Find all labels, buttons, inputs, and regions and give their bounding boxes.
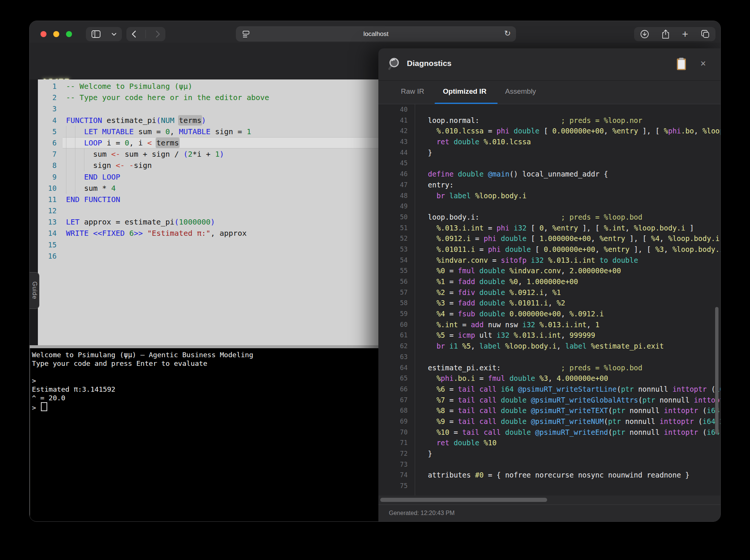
minimize-window-button[interactable]: [53, 31, 59, 37]
ir-line: 40: [378, 104, 721, 115]
editor-lines: 1-- Welcome to Psimulang (ψμ)2-- Type yo…: [30, 81, 378, 262]
tab-assembly[interactable]: Assembly: [505, 87, 536, 96]
close-panel-button[interactable]: ×: [696, 57, 710, 70]
line-number: 72: [378, 448, 408, 459]
share-button[interactable]: [662, 29, 670, 39]
vertical-scrollbar[interactable]: [715, 307, 718, 434]
editor-line: 14WRITE <<FIXED 6>> "Estimated π:", appr…: [30, 228, 378, 239]
line-code: %9 = tail call double @psimuRT_writeNUM(…: [428, 416, 721, 427]
back-icon: [131, 30, 136, 38]
line-code: loop.body.i: ; preds = %loop.bod: [428, 212, 642, 223]
horizontal-scrollbar[interactable]: [380, 498, 547, 502]
sidebar-toggle-button[interactable]: [91, 30, 101, 38]
ir-line: 52 %.0912.i = phi double [ 1.000000e+00,…: [378, 233, 721, 244]
ir-line: 55 %0 = fmul double %indvar.conv, 2.0000…: [378, 265, 721, 276]
line-number: 57: [378, 287, 408, 298]
ir-line: 75: [378, 481, 721, 491]
line-number: 70: [378, 427, 408, 438]
line-number: 75: [378, 481, 408, 491]
line-number: 61: [378, 330, 408, 341]
line-number: 51: [378, 223, 408, 234]
terminal[interactable]: Welcome to Psimulang (ψμ) – Agentic Busi…: [30, 348, 378, 522]
ir-line: 43 ret double %.010.lcssa: [378, 136, 721, 147]
ir-line: 62 br i1 %5, label %loop.body.i, label %…: [378, 341, 721, 352]
line-code: %8 = tail call double @psimuRT_writeTEXT…: [428, 405, 720, 416]
line-code: %phi.bo.i = fmul double %3, 4.000000e+00: [428, 373, 608, 384]
guide-tab[interactable]: Guide: [30, 272, 39, 309]
url-bar[interactable]: localhost ↻: [236, 26, 516, 42]
line-code: %10 = tail call double @psimuRT_writeEnd…: [428, 427, 720, 438]
terminal-line: ^ = 20.0: [32, 394, 253, 402]
line-code: br label %loop.body.i: [428, 190, 526, 201]
line-number: 2: [30, 92, 57, 103]
editor-line: 8 sign <- -sign: [30, 160, 378, 171]
tab-raw-ir[interactable]: Raw IR: [401, 87, 424, 96]
line-number: 3: [30, 103, 57, 114]
line-number: 47: [378, 180, 408, 190]
tab-optimized-ir[interactable]: Optimized IR: [443, 87, 486, 96]
line-number: 63: [378, 352, 408, 362]
editor-terminal-divider[interactable]: [30, 345, 378, 348]
sidebar-icon: [91, 30, 101, 38]
line-number: 42: [378, 126, 408, 136]
line-code: WRITE <<FIXED 6>> "Estimated π:", approx: [66, 228, 247, 239]
line-number: 11: [30, 194, 57, 205]
diagnostics-header: Diagnostics ×: [378, 48, 721, 81]
line-code: %.013.i.int = phi i32 [ 0, %entry ], [ %…: [428, 223, 694, 234]
line-number: 6: [30, 137, 57, 148]
ir-line: 41loop.normal: ; preds = %loop.nor: [378, 115, 721, 126]
panel-footer: Generated: 12:20:43 PM: [378, 505, 721, 522]
editor-line: 4FUNCTION estimate_pi(NUM terms): [30, 115, 378, 126]
reload-button[interactable]: ↻: [504, 29, 511, 38]
line-code: attributes #0 = { nofree norecurse nosyn…: [428, 470, 690, 481]
line-number: 7: [30, 148, 57, 160]
close-icon: ×: [700, 58, 706, 69]
line-number: 1: [30, 81, 57, 92]
line-code: %6 = tail call i64 @psimuRT_writeStartLi…: [428, 384, 721, 395]
indent-guide: [75, 126, 75, 194]
copy-to-clipboard-button[interactable]: [676, 57, 687, 71]
browser-toolbar: localhost ↻ +: [30, 21, 720, 43]
code-editor[interactable]: 1-- Welcome to Psimulang (ψμ)2-- Type yo…: [30, 79, 378, 345]
editor-line: 9 END LOOP: [30, 171, 378, 183]
line-number: 44: [378, 147, 408, 158]
downloads-button[interactable]: [640, 30, 649, 39]
line-number: 16: [30, 250, 57, 262]
forward-button[interactable]: [156, 30, 160, 38]
ir-line: 49: [378, 201, 721, 212]
zoom-window-button[interactable]: [66, 31, 72, 37]
line-number: 46: [378, 169, 408, 180]
line-code: entry:: [428, 180, 454, 190]
ir-lines: 4041loop.normal: ; preds = %loop.nor42 %…: [378, 104, 721, 491]
editor-line: 13LET approx = estimate_pi(1000000): [30, 216, 378, 228]
editor-line: 6 LOOP i = 0, i < terms: [30, 137, 378, 148]
line-code: sum <- sum + sign / (2*i + 1): [66, 148, 224, 160]
line-code: sign <- -sign: [66, 160, 152, 171]
line-code: %.0912.i = phi double [ 1.000000e+00, %e…: [428, 233, 720, 244]
line-number: 54: [378, 255, 408, 266]
ir-line: 74attributes #0 = { nofree norecurse nos…: [378, 470, 721, 481]
ir-line: 56 %1 = fadd double %0, 1.000000e+00: [378, 276, 721, 287]
ir-code-view[interactable]: 4041loop.normal: ; preds = %loop.nor42 %…: [378, 104, 721, 496]
line-number: 74: [378, 470, 408, 481]
editor-line: 3: [30, 103, 378, 114]
line-code: loop.normal: ; preds = %loop.nor: [428, 115, 642, 126]
tab-overview-button[interactable]: [700, 30, 710, 39]
line-number: 14: [30, 228, 57, 239]
new-tab-button[interactable]: +: [682, 30, 688, 39]
line-code: %.01011.i = phi double [ 0.000000e+00, %…: [428, 244, 721, 255]
line-code: sum * 4: [66, 183, 116, 194]
line-number: 60: [378, 319, 408, 330]
line-number: 71: [378, 437, 408, 448]
editor-line: 12: [30, 205, 378, 216]
indent-guide: [84, 148, 84, 171]
line-number: 4: [30, 115, 57, 126]
line-number: 15: [30, 239, 57, 250]
diagnostics-panel: Diagnostics × Raw IR Optimized IR Assemb…: [378, 48, 721, 522]
ir-line: 63: [378, 352, 721, 362]
back-button[interactable]: [131, 30, 136, 38]
ir-line: 53 %.01011.i = phi double [ 0.000000e+00…: [378, 244, 721, 255]
sidebar-chevron-button[interactable]: [111, 33, 117, 36]
ir-line: 61 %5 = icmp ult i32 %.013.i.int, 999999: [378, 330, 721, 341]
close-window-button[interactable]: [40, 31, 46, 37]
